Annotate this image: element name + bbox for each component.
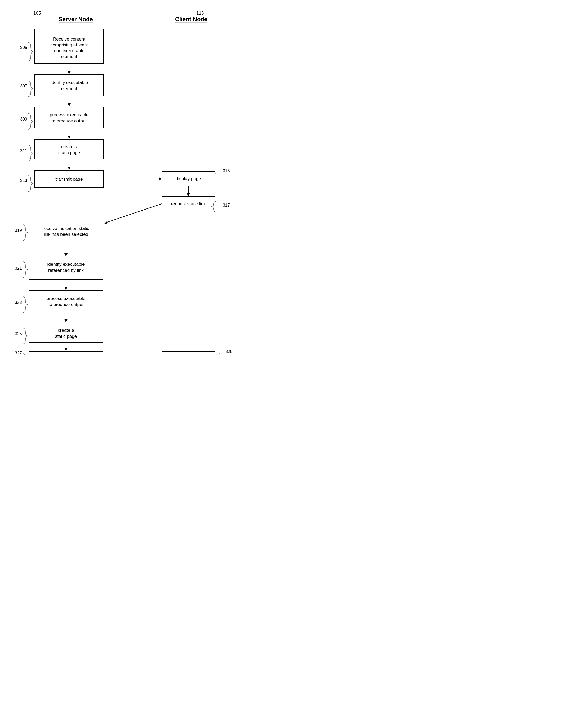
diagram-container: 105 Server Node 113 Client Node 305 Rece…	[0, 0, 289, 360]
arrow-305-307-head	[68, 71, 71, 74]
text-313: transmit page	[55, 177, 83, 182]
label-327: 327	[15, 351, 22, 355]
label-329-num: 329	[226, 349, 233, 354]
arrow-321-323-head	[64, 287, 68, 290]
text-321-1: identify executable	[47, 262, 84, 267]
arrow-315-317-head	[187, 193, 190, 197]
text-305-3: one executable	[54, 48, 84, 53]
text-307-2: element	[61, 86, 77, 91]
text-321-2: referenced by link	[48, 268, 84, 273]
text-323-2: to produce output	[48, 302, 83, 307]
curly-307	[28, 81, 33, 97]
arrow-311-313-head	[68, 166, 71, 170]
box-309	[35, 107, 104, 128]
text-325-1: create a	[58, 328, 74, 333]
text-305-2: comprising at least	[50, 43, 88, 47]
curly-329	[215, 354, 220, 355]
curly-327	[23, 354, 28, 355]
text-319-1: receive indication static	[43, 226, 89, 231]
text-309-1: process executable	[50, 112, 88, 118]
label-323: 323	[15, 300, 22, 305]
curly-309	[28, 113, 33, 129]
arrow-323-325-head	[64, 319, 68, 322]
flow-diagram: 105 Server Node 113 Client Node 305 Rece…	[5, 5, 284, 355]
box-307	[35, 75, 104, 96]
text-311-1: create a	[61, 144, 77, 149]
client-node-title: Client Node	[175, 16, 207, 23]
text-309-2: to produce output	[51, 119, 87, 124]
label-313: 313	[20, 178, 27, 183]
box-311	[35, 139, 104, 159]
curly-325	[23, 328, 28, 344]
text-311-2: static page	[58, 150, 80, 155]
server-node-number: 105	[33, 10, 41, 16]
label-309: 309	[20, 117, 27, 121]
label-325: 325	[15, 331, 22, 336]
text-305-4: element	[61, 54, 77, 59]
curly-319	[23, 225, 28, 240]
text-319-2: link has been selected	[44, 232, 88, 237]
box-329	[162, 351, 215, 355]
label-305: 305	[20, 45, 27, 50]
text-325-2: static page	[55, 334, 77, 339]
arrow-307-309-head	[68, 103, 71, 106]
label-317-num: 317	[223, 203, 230, 207]
text-305-1: Receive content	[53, 36, 85, 42]
curly-305	[28, 43, 33, 61]
arrow-317-319-line	[106, 204, 162, 223]
arrow-309-311-head	[68, 136, 71, 139]
curly-321	[23, 262, 28, 278]
curly-323	[23, 297, 28, 313]
label-319: 319	[15, 228, 22, 233]
arrow-319-321-head	[64, 253, 68, 256]
curly-313	[28, 176, 33, 191]
label-307: 307	[20, 84, 27, 88]
label-321: 321	[15, 266, 22, 270]
label-311: 311	[20, 149, 27, 153]
text-307-1: Identify executable	[50, 80, 88, 85]
label-315-num: 315	[223, 168, 230, 173]
text-315: display page	[176, 176, 201, 181]
box-325	[29, 323, 103, 342]
arrow-317-319-head	[104, 221, 108, 224]
text-317: request static link	[171, 201, 206, 206]
server-node-title: Server Node	[58, 16, 93, 23]
arrow-325-327-head	[64, 348, 68, 351]
curly-311	[28, 145, 33, 161]
box-327	[29, 351, 103, 355]
text-323-1: process executable	[46, 296, 85, 301]
arrow-313-315-head	[159, 177, 162, 180]
client-node-number: 113	[196, 10, 204, 16]
box-323	[29, 291, 103, 312]
